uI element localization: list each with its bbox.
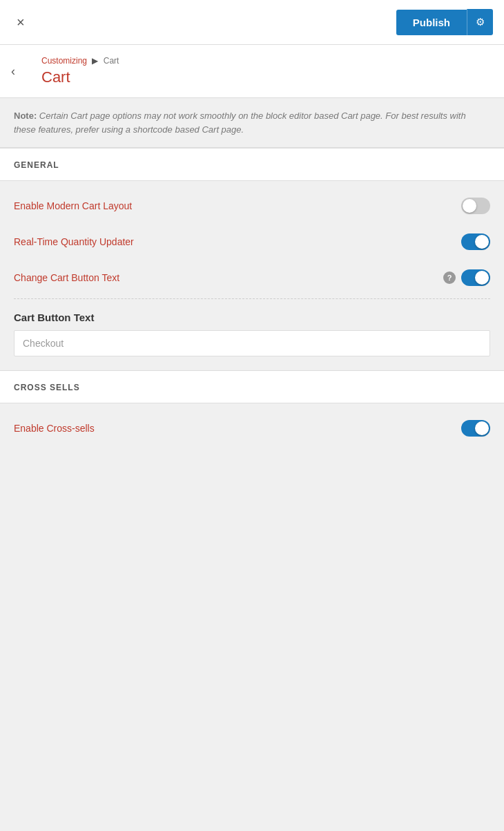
general-section-header: GENERAL: [0, 148, 504, 181]
cross-sells-settings-area: Enable Cross-sells: [0, 403, 504, 460]
cart-button-text-input[interactable]: [14, 330, 490, 356]
page-title: Cart: [41, 68, 487, 86]
breadcrumb-link[interactable]: Customizing: [41, 56, 87, 66]
setting-row-real-time-quantity: Real-Time Quantity Updater: [14, 224, 490, 260]
enable-cross-sells-toggle-group: [461, 420, 490, 437]
top-bar: × Publish ⚙: [0, 0, 504, 45]
back-button[interactable]: ‹: [11, 64, 15, 79]
real-time-quantity-slider: [461, 233, 490, 250]
general-section-label: GENERAL: [14, 160, 59, 170]
enable-modern-cart-toggle[interactable]: [461, 198, 490, 214]
enable-cross-sells-toggle[interactable]: [461, 420, 490, 437]
breadcrumb-arrow: ▶: [92, 56, 98, 66]
enable-modern-cart-slider: [461, 198, 490, 214]
change-cart-button-text-slider: [461, 269, 490, 286]
cart-button-text-label: Cart Button Text: [14, 302, 490, 330]
publish-group: Publish ⚙: [396, 9, 493, 35]
general-settings-area: Enable Modern Cart Layout Real-Time Quan…: [0, 181, 504, 370]
top-bar-left: ×: [11, 9, 30, 36]
cross-sells-section-header: CROSS SELLS: [0, 370, 504, 403]
setting-row-enable-cross-sells: Enable Cross-sells: [14, 410, 490, 446]
breadcrumb-current: Cart: [104, 56, 119, 66]
breadcrumb: Customizing ▶ Cart: [41, 56, 487, 66]
note-body: Certain Cart page options may not work s…: [14, 111, 466, 135]
publish-button[interactable]: Publish: [396, 10, 467, 35]
real-time-quantity-toggle[interactable]: [461, 233, 490, 250]
change-cart-button-text-label: Change Cart Button Text: [14, 272, 119, 283]
real-time-quantity-toggle-group: [461, 233, 490, 250]
divider: [14, 298, 490, 299]
cart-button-text-sub-section: Cart Button Text: [14, 302, 490, 356]
setting-row-enable-modern-cart: Enable Modern Cart Layout: [14, 188, 490, 224]
note-prefix: Note:: [14, 111, 37, 121]
setting-row-change-cart-button-text: Change Cart Button Text ?: [14, 260, 490, 296]
enable-cross-sells-label: Enable Cross-sells: [14, 423, 95, 434]
enable-modern-cart-toggle-group: [461, 198, 490, 214]
close-button[interactable]: ×: [11, 9, 30, 36]
change-cart-button-text-toggle-group: ?: [443, 269, 490, 286]
note-section: Note: Certain Cart page options may not …: [0, 98, 504, 148]
change-cart-button-text-toggle[interactable]: [461, 269, 490, 286]
help-icon[interactable]: ?: [443, 271, 456, 284]
enable-modern-cart-label: Enable Modern Cart Layout: [14, 200, 132, 211]
note-text: Note: Certain Cart page options may not …: [14, 109, 490, 136]
real-time-quantity-label: Real-Time Quantity Updater: [14, 236, 134, 247]
cross-sells-section-label: CROSS SELLS: [14, 383, 80, 392]
settings-button[interactable]: ⚙: [467, 9, 493, 35]
header-section: ‹ Customizing ▶ Cart Cart: [0, 45, 504, 98]
enable-cross-sells-slider: [461, 420, 490, 437]
